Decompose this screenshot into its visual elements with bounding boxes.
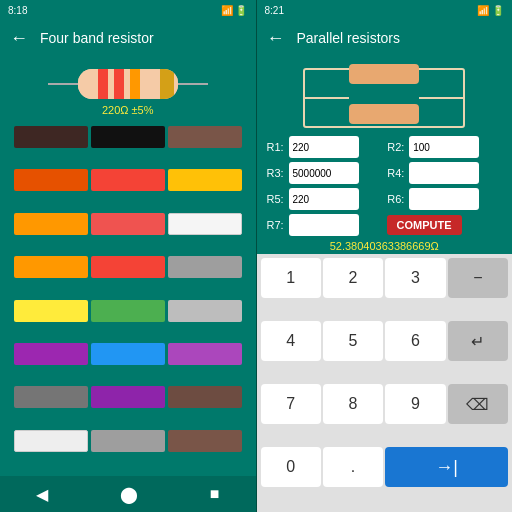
left-time: 8:18 (8, 5, 27, 16)
field-r5[interactable] (289, 188, 359, 210)
resistor-label: 220Ω ±5% (102, 104, 154, 116)
swatch-red3[interactable] (91, 256, 165, 278)
resistor-body (48, 66, 208, 102)
svg-rect-2 (349, 104, 419, 124)
band-2 (114, 69, 124, 99)
swatch-red2[interactable] (91, 213, 165, 235)
left-screen-title: Four band resistor (40, 30, 154, 46)
resistor-area: 220Ω ±5% (0, 56, 256, 120)
key-minus[interactable]: − (448, 258, 508, 298)
label-r2: R2: (387, 141, 409, 153)
right-time: 8:21 (265, 5, 284, 16)
input-row-r3: R3: (267, 162, 382, 184)
right-icons: 📶 🔋 (477, 5, 504, 16)
swatch-brown2[interactable] (168, 386, 242, 408)
input-row-r6: R6: (387, 188, 502, 210)
key-6[interactable]: 6 (385, 321, 445, 361)
swatch-orange-dark[interactable] (14, 169, 88, 191)
circuit-area (257, 56, 513, 136)
input-row-r4: R4: (387, 162, 502, 184)
compute-button[interactable]: COMPUTE (387, 215, 462, 235)
key-2[interactable]: 2 (323, 258, 383, 298)
swatch-blue[interactable] (91, 343, 165, 365)
input-row-r1: R1: (267, 136, 382, 158)
key-5[interactable]: 5 (323, 321, 383, 361)
field-r4[interactable] (409, 162, 479, 184)
field-r7[interactable] (289, 214, 359, 236)
swatch-white2[interactable] (14, 430, 88, 452)
label-r1: R1: (267, 141, 289, 153)
key-0[interactable]: 0 (261, 447, 321, 487)
key-3[interactable]: 3 (385, 258, 445, 298)
nav-back-icon[interactable]: ◀ (36, 485, 48, 504)
key-dot[interactable]: . (323, 447, 383, 487)
keypad: 1 2 3 − 4 5 6 ↵ 7 8 9 ⌫ 0 . →| (257, 254, 513, 512)
right-status-bar: 8:21 📶 🔋 (257, 0, 513, 20)
band-3 (130, 69, 140, 99)
swatch-white[interactable] (168, 213, 242, 235)
key-9[interactable]: 9 (385, 384, 445, 424)
swatch-gray2[interactable] (168, 300, 242, 322)
swatch-green[interactable] (91, 300, 165, 322)
resistor-main (78, 69, 178, 99)
nav-home-icon[interactable]: ⬤ (120, 485, 138, 504)
inputs-area: R1: R2: R3: R4: R5: R6: (257, 136, 513, 210)
key-4[interactable]: 4 (261, 321, 321, 361)
swatch-yellow[interactable] (14, 300, 88, 322)
swatch-red[interactable] (91, 169, 165, 191)
swatch-purple3[interactable] (91, 386, 165, 408)
left-top-bar: ← Four band resistor (0, 20, 256, 56)
key-next[interactable]: →| (385, 447, 508, 487)
swatch-purple2[interactable] (168, 343, 242, 365)
svg-rect-1 (349, 64, 419, 84)
field-r6[interactable] (409, 188, 479, 210)
band-1 (98, 69, 108, 99)
swatch-dark[interactable] (91, 126, 165, 148)
swatch-brown[interactable] (168, 126, 242, 148)
result-display: 52.38040363386669Ω (257, 238, 513, 254)
resistor-lead-left (48, 83, 78, 85)
right-screen-title: Parallel resistors (297, 30, 400, 46)
swatch-orange[interactable] (14, 213, 88, 235)
left-status-bar: 8:18 📶 🔋 (0, 0, 256, 20)
swatch-brown3[interactable] (168, 430, 242, 452)
label-r3: R3: (267, 167, 289, 179)
right-back-button[interactable]: ← (267, 28, 285, 49)
key-1[interactable]: 1 (261, 258, 321, 298)
input-row-r2: R2: (387, 136, 502, 158)
key-7[interactable]: 7 (261, 384, 321, 424)
field-r2[interactable] (409, 136, 479, 158)
resistor-lead-right (178, 83, 208, 85)
swatch-black[interactable] (14, 126, 88, 148)
compute-row: R7: COMPUTE (257, 214, 513, 236)
key-enter[interactable]: ↵ (448, 321, 508, 361)
label-r6: R6: (387, 193, 409, 205)
left-icons: 📶 🔋 (221, 5, 248, 16)
swatch-gold[interactable] (168, 169, 242, 191)
swatch-gray3[interactable] (14, 386, 88, 408)
key-8[interactable]: 8 (323, 384, 383, 424)
swatch-purple[interactable] (14, 343, 88, 365)
circuit-svg (294, 64, 474, 132)
right-panel: 8:21 📶 🔋 ← Parallel resistors R1: R2: (257, 0, 513, 512)
nav-square-icon[interactable]: ■ (210, 485, 220, 503)
field-r1[interactable] (289, 136, 359, 158)
swatch-orange2[interactable] (14, 256, 88, 278)
swatch-gray[interactable] (168, 256, 242, 278)
input-row-r5: R5: (267, 188, 382, 210)
band-4 (160, 69, 174, 99)
label-r4: R4: (387, 167, 409, 179)
left-nav-bar: ◀ ⬤ ■ (0, 476, 256, 512)
key-backspace[interactable]: ⌫ (448, 384, 508, 424)
left-panel: 8:18 📶 🔋 ← Four band resistor 220Ω ±5% (0, 0, 256, 512)
swatches-grid (0, 120, 256, 476)
left-back-button[interactable]: ← (10, 28, 28, 49)
field-r3[interactable] (289, 162, 359, 184)
right-top-bar: ← Parallel resistors (257, 20, 513, 56)
swatch-gray4[interactable] (91, 430, 165, 452)
label-r7: R7: (267, 219, 289, 231)
label-r5: R5: (267, 193, 289, 205)
